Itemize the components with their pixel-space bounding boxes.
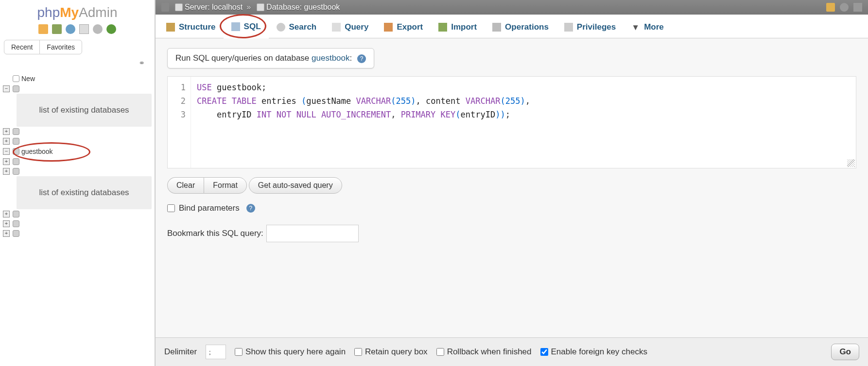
collapse-icon[interactable]: − [3, 85, 10, 92]
expand-icon[interactable]: + [3, 168, 10, 175]
retain-checkbox[interactable] [354, 348, 362, 356]
resize-handle[interactable] [847, 159, 855, 167]
database-icon [13, 230, 19, 237]
tab-export[interactable]: Export [376, 15, 431, 38]
tab-operations[interactable]: Operations [485, 15, 556, 38]
fk-checkbox[interactable] [540, 348, 548, 356]
tab-sql[interactable]: SQL [224, 15, 269, 38]
tab-structure[interactable]: Structure [158, 15, 224, 38]
expand-icon[interactable]: + [3, 128, 10, 135]
db-label: Database: [266, 3, 302, 12]
database-icon [13, 211, 19, 217]
help-icon[interactable] [66, 24, 75, 34]
db-placeholder: list of existing databases [17, 94, 152, 127]
bind-params-label: Bind parameters [179, 203, 240, 213]
home-icon[interactable] [38, 24, 48, 34]
server-icon [175, 3, 183, 11]
import-icon [438, 23, 447, 32]
help-icon[interactable]: ? [357, 54, 366, 63]
panel-collapse-icon[interactable] [161, 3, 169, 12]
sidebar-tabs: Recent Favorites [4, 40, 82, 54]
operations-icon [492, 23, 501, 32]
database-icon [13, 158, 19, 165]
collapse-icon[interactable]: − [3, 148, 10, 155]
sidebar-iconbar [0, 22, 155, 38]
tab-import[interactable]: Import [431, 15, 485, 38]
search-icon [277, 23, 285, 32]
server-label: Server: [185, 3, 210, 12]
footer-bar: Delimiter Show this query here again Ret… [156, 337, 868, 366]
db-guestbook[interactable]: guestbook [21, 148, 53, 155]
new-db-link[interactable]: New [21, 75, 35, 83]
server-name[interactable]: localhost [212, 3, 243, 12]
sql-doc-icon[interactable] [79, 24, 89, 34]
collapse-top-icon[interactable] [853, 3, 862, 12]
tab-recent[interactable]: Recent [4, 40, 40, 54]
show-again-checkbox[interactable] [235, 348, 243, 356]
database-icon [13, 138, 19, 145]
expand-icon[interactable]: + [3, 220, 10, 227]
database-icon [13, 128, 19, 135]
tab-query[interactable]: Query [324, 15, 376, 38]
tab-favorites[interactable]: Favorites [40, 40, 82, 54]
database-icon [13, 75, 19, 82]
export-icon [384, 23, 393, 32]
expand-icon[interactable]: + [3, 158, 10, 165]
privileges-icon [564, 23, 573, 32]
line-gutter: 123 [168, 77, 191, 168]
bind-params-checkbox[interactable] [167, 204, 175, 212]
database-icon [13, 148, 19, 155]
nav-sidebar: phpMyAdmin Recent Favorites ⚭ New − list… [0, 0, 156, 366]
db-name[interactable]: guestbook [304, 3, 340, 12]
lock-icon[interactable] [826, 3, 835, 12]
tab-privileges[interactable]: Privileges [556, 15, 624, 38]
db-link[interactable]: guestbook [312, 53, 349, 63]
breadcrumb: Server: localhost » Database: guestbook [156, 0, 868, 15]
expand-icon[interactable]: + [3, 211, 10, 217]
db-placeholder: list of existing databases [17, 176, 152, 209]
settings-icon[interactable] [93, 24, 103, 34]
gear-icon[interactable] [840, 3, 849, 12]
sql-icon [231, 22, 240, 31]
database-icon [13, 85, 19, 92]
sql-editor[interactable]: 123 USE guestbook; CREATE TABLE entries … [167, 76, 856, 168]
bookmark-input[interactable] [266, 225, 359, 242]
main-tabs: Structure SQL Search Query Export Import… [156, 15, 868, 38]
reload-icon[interactable] [106, 24, 116, 34]
delimiter-input[interactable] [206, 345, 226, 359]
rollback-checkbox[interactable] [436, 348, 444, 356]
main-area: Server: localhost » Database: guestbook … [156, 0, 868, 366]
db-tree: New − list of existing databases + + − g… [0, 69, 155, 242]
dropdown-icon: ▼ [631, 23, 640, 32]
expand-icon[interactable]: + [3, 138, 10, 145]
format-button[interactable]: Format [204, 177, 247, 194]
database-icon [13, 220, 19, 227]
panel-title: Run SQL query/queries on database guestb… [167, 48, 374, 68]
query-icon [332, 23, 341, 32]
database-icon [13, 168, 19, 175]
delimiter-label: Delimiter [164, 347, 197, 357]
separator: » [246, 3, 251, 12]
code-area[interactable]: USE guestbook; CREATE TABLE entries (gue… [191, 77, 536, 168]
clear-button[interactable]: Clear [167, 177, 204, 194]
logout-icon[interactable] [52, 24, 62, 34]
tab-more[interactable]: ▼More [624, 15, 672, 38]
bookmark-label: Bookmark this SQL query: [167, 229, 263, 238]
link-icon[interactable]: ⚭ [0, 56, 155, 69]
autosaved-button[interactable]: Get auto-saved query [249, 177, 342, 194]
structure-icon [166, 23, 175, 32]
phpmyadmin-logo: phpMyAdmin [0, 0, 155, 22]
help-icon[interactable]: ? [246, 204, 255, 213]
tab-search[interactable]: Search [269, 15, 325, 38]
expand-icon[interactable]: + [3, 230, 10, 237]
database-icon [257, 3, 264, 11]
go-button[interactable]: Go [831, 344, 859, 360]
